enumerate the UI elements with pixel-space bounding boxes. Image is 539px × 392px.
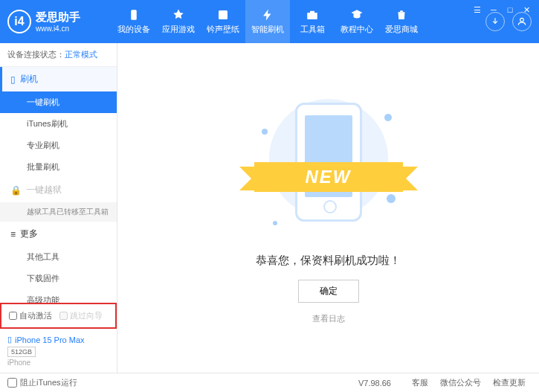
logo-icon: i4 — [7, 10, 31, 33]
view-log-link[interactable]: 查看日志 — [312, 313, 345, 324]
ok-button[interactable]: 确定 — [298, 280, 359, 303]
svg-rect-2 — [307, 13, 317, 19]
maximize-icon[interactable]: □ — [505, 4, 515, 15]
lock-icon: 🔒 — [10, 185, 22, 196]
footer-update[interactable]: 检查更新 — [493, 377, 526, 388]
apps-icon — [172, 8, 185, 22]
wallpaper-icon — [216, 8, 230, 22]
sub-itunes-flash[interactable]: iTunes刷机 — [0, 113, 117, 135]
jailbreak-note: 越狱工具已转移至工具箱 — [0, 202, 117, 222]
nav-store[interactable]: 爱思商城 — [379, 0, 424, 43]
svg-rect-0 — [131, 10, 137, 20]
window-controls: ☰ ─ □ ✕ — [472, 4, 532, 15]
phone-small-icon: ▯ — [7, 335, 12, 344]
svg-rect-1 — [219, 10, 227, 19]
sub-pro-flash[interactable]: 专业刷机 — [0, 135, 117, 156]
success-illustration: NEW — [262, 91, 396, 240]
logo-area: i4 爱思助手 www.i4.cn — [7, 10, 112, 33]
main-content: NEW 恭喜您，保资料刷机成功啦！ 确定 查看日志 — [117, 43, 539, 373]
group-more[interactable]: ≡ 更多 — [0, 222, 117, 246]
nav-smart-flash[interactable]: 智能刷机 — [245, 0, 290, 43]
tutorial-icon — [350, 8, 364, 22]
close-icon[interactable]: ✕ — [521, 4, 532, 15]
nav-toolbox[interactable]: 工具箱 — [290, 0, 335, 43]
nav-tutorials[interactable]: 教程中心 — [335, 0, 379, 43]
device-icon — [127, 8, 141, 22]
device-capacity: 512GB — [7, 347, 36, 357]
footer-wechat[interactable]: 微信公众号 — [440, 377, 481, 388]
nav-apps-games[interactable]: 应用游戏 — [156, 0, 201, 43]
device-type: iPhone — [7, 359, 109, 367]
skip-wizard-checkbox[interactable]: 跳过向导 — [59, 310, 103, 321]
footer-support[interactable]: 客服 — [412, 377, 428, 388]
app-url: www.i4.cn — [36, 25, 80, 33]
success-message: 恭喜您，保资料刷机成功啦！ — [256, 254, 401, 268]
sub-download-firmware[interactable]: 下载固件 — [0, 268, 117, 289]
svg-point-4 — [520, 18, 524, 22]
nav-my-device[interactable]: 我的设备 — [112, 0, 156, 43]
block-itunes-checkbox[interactable]: 阻止iTunes运行 — [7, 377, 77, 388]
footer: 阻止iTunes运行 V7.98.66 客服 微信公众号 检查更新 — [0, 373, 539, 392]
menu-icon[interactable]: ☰ — [472, 4, 482, 15]
device-info: ▯ iPhone 15 Pro Max 512GB iPhone — [0, 329, 117, 373]
sub-one-key-flash[interactable]: 一键刷机 — [0, 91, 117, 113]
flash-icon — [261, 8, 274, 22]
phone-icon: ▯ — [10, 74, 16, 85]
group-flash[interactable]: ▯ 刷机 — [0, 67, 117, 91]
auto-activate-checkbox[interactable]: 自动激活 — [9, 310, 52, 321]
sub-other-tools[interactable]: 其他工具 — [0, 246, 117, 268]
sub-advanced[interactable]: 高级功能 — [0, 289, 117, 303]
device-status: 设备连接状态：正常模式 — [0, 43, 117, 67]
svg-rect-3 — [310, 11, 314, 13]
device-name[interactable]: ▯ iPhone 15 Pro Max — [7, 335, 109, 344]
new-ribbon: NEW — [254, 162, 403, 192]
version-label: V7.98.66 — [358, 379, 391, 388]
toolbox-icon — [306, 8, 319, 22]
group-jailbreak: 🔒 一键越狱 — [0, 178, 117, 202]
sub-batch-flash[interactable]: 批量刷机 — [0, 156, 117, 178]
list-icon: ≡ — [10, 229, 16, 240]
sidebar: 设备连接状态：正常模式 ▯ 刷机 一键刷机 iTunes刷机 专业刷机 批量刷机… — [0, 43, 117, 373]
minimize-icon[interactable]: ─ — [488, 4, 499, 15]
options-highlighted: 自动激活 跳过向导 — [0, 303, 117, 329]
app-header: i4 爱思助手 www.i4.cn 我的设备 应用游戏 钤声壁纸 智能刷机 工具… — [0, 0, 539, 43]
sidebar-menu: ▯ 刷机 一键刷机 iTunes刷机 专业刷机 批量刷机 🔒 一键越狱 越狱工具… — [0, 67, 117, 303]
store-icon — [395, 8, 408, 22]
nav-ringtones[interactable]: 钤声壁纸 — [201, 0, 245, 43]
app-name: 爱思助手 — [36, 10, 80, 25]
main-nav: 我的设备 应用游戏 钤声壁纸 智能刷机 工具箱 教程中心 爱思商城 — [112, 0, 485, 43]
